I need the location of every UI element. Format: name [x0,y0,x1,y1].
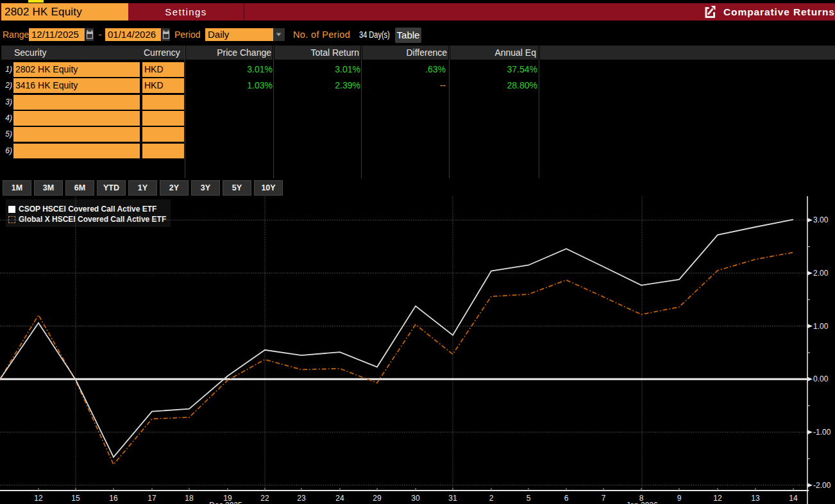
svg-text:14: 14 [789,494,798,503]
svg-text:13: 13 [751,494,760,503]
svg-text:12: 12 [713,494,722,503]
svg-text:9: 9 [677,494,682,503]
svg-text:6: 6 [564,494,569,503]
svg-text:Jan 2026: Jan 2026 [626,501,658,504]
svg-text:16: 16 [109,494,118,503]
svg-text:Dec 2025: Dec 2025 [209,501,242,504]
svg-text:30: 30 [411,494,420,503]
svg-text:22: 22 [260,494,269,503]
svg-text:7: 7 [602,494,606,503]
svg-text:31: 31 [448,494,457,503]
svg-text:2.00: 2.00 [813,269,829,278]
svg-text:24: 24 [335,494,344,503]
svg-text:23: 23 [297,494,306,503]
svg-text:18: 18 [185,494,194,503]
svg-text:17: 17 [148,494,156,503]
svg-text:29: 29 [373,494,382,503]
svg-text:12: 12 [34,494,43,503]
svg-text:3.00: 3.00 [813,215,829,224]
svg-text:-1.00: -1.00 [813,428,831,437]
svg-text:0.00: 0.00 [813,374,829,383]
svg-text:5: 5 [527,494,531,503]
svg-text:-2.00: -2.00 [813,481,831,490]
svg-text:2: 2 [489,494,494,503]
svg-text:15: 15 [71,494,80,503]
svg-text:1.00: 1.00 [813,322,829,331]
